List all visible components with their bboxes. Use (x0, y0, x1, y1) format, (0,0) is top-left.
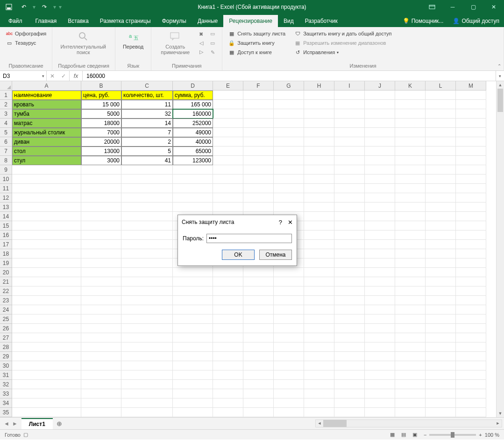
cell[interactable] (456, 91, 486, 100)
cell[interactable] (365, 305, 395, 314)
cell[interactable] (334, 203, 365, 212)
cell[interactable] (12, 408, 81, 417)
cell[interactable] (81, 212, 121, 221)
cell[interactable] (274, 147, 304, 156)
cell[interactable] (12, 380, 81, 389)
cell[interactable] (243, 389, 274, 398)
translate-button[interactable]: a五 Перевод (119, 29, 147, 50)
cell[interactable] (243, 333, 274, 342)
cell[interactable] (334, 361, 365, 370)
prev-comment-icon[interactable]: ◁ (199, 40, 203, 46)
cell[interactable] (243, 380, 274, 389)
cell[interactable] (426, 147, 456, 156)
cell[interactable] (243, 408, 274, 417)
cell[interactable] (395, 286, 426, 296)
scroll-thumb[interactable] (497, 89, 503, 112)
cell[interactable] (334, 333, 365, 342)
cell[interactable] (243, 305, 274, 314)
cell[interactable] (213, 156, 243, 165)
cancel-button[interactable]: Отмена (259, 250, 292, 260)
tab-pagelayout[interactable]: Разметка страницы (94, 15, 156, 27)
cell[interactable] (121, 175, 173, 184)
cell[interactable] (395, 370, 426, 380)
cell[interactable] (12, 212, 81, 221)
cell[interactable] (173, 286, 213, 296)
col-header-D[interactable]: D (173, 81, 213, 91)
accept-formula-icon[interactable]: ✓ (58, 73, 69, 79)
maximize-icon[interactable]: ▢ (463, 0, 483, 14)
cell[interactable]: сумма, руб. (173, 91, 213, 100)
track-changes-button[interactable]: ↺Исправления ▾ (294, 49, 391, 56)
cell[interactable] (395, 212, 426, 221)
cell[interactable]: 5000 (81, 109, 121, 119)
cell[interactable] (12, 277, 81, 286)
cell[interactable] (243, 91, 274, 100)
cell[interactable] (395, 296, 426, 305)
cell[interactable] (334, 193, 365, 203)
cell[interactable] (334, 156, 365, 165)
col-header-B[interactable]: B (81, 81, 121, 91)
protect-share-button[interactable]: 🛡Защитить книгу и дать общий доступ (294, 30, 391, 37)
cell[interactable] (81, 305, 121, 314)
cell[interactable] (213, 128, 243, 137)
cell[interactable] (365, 352, 395, 361)
cell[interactable] (304, 212, 334, 221)
cell[interactable] (274, 361, 304, 370)
cell[interactable] (395, 221, 426, 230)
cell[interactable] (243, 137, 274, 147)
tab-formulas[interactable]: Формулы (156, 15, 192, 27)
cell[interactable] (365, 314, 395, 324)
row-header[interactable]: 29 (0, 352, 12, 361)
expand-formula-icon[interactable]: ▾ (496, 71, 504, 81)
cell[interactable] (426, 193, 456, 203)
cell[interactable] (121, 296, 173, 305)
cell[interactable] (334, 147, 365, 156)
cell[interactable] (334, 230, 365, 240)
cell[interactable] (456, 408, 486, 417)
cell[interactable] (456, 342, 486, 352)
cell[interactable]: 165 000 (173, 100, 213, 109)
cell[interactable] (395, 361, 426, 370)
cell[interactable] (213, 324, 243, 333)
cell[interactable] (395, 128, 426, 137)
cell[interactable] (395, 324, 426, 333)
sheet-tab-active[interactable]: Лист1 (21, 418, 53, 429)
cell[interactable] (173, 193, 213, 203)
cell[interactable] (274, 277, 304, 286)
cell[interactable] (365, 156, 395, 165)
save-icon[interactable] (3, 2, 15, 12)
tab-insert[interactable]: Вставка (62, 15, 94, 27)
dialog-close-icon[interactable]: ✕ (288, 219, 293, 226)
cell[interactable] (12, 193, 81, 203)
row-header[interactable]: 1 (0, 91, 12, 100)
cell[interactable] (12, 361, 81, 370)
cell[interactable] (395, 389, 426, 398)
cell[interactable] (365, 408, 395, 417)
cell[interactable] (81, 268, 121, 277)
cell[interactable] (334, 249, 365, 258)
cell[interactable]: 123000 (173, 156, 213, 165)
cell[interactable] (121, 184, 173, 193)
cell[interactable] (395, 91, 426, 100)
cell[interactable] (81, 175, 121, 184)
cell[interactable] (426, 230, 456, 240)
cell[interactable] (334, 380, 365, 389)
cell[interactable] (243, 165, 274, 175)
cell[interactable] (274, 296, 304, 305)
scroll-down-icon[interactable]: ▼ (497, 410, 504, 417)
cell[interactable] (456, 296, 486, 305)
cell[interactable] (304, 408, 334, 417)
new-comment-button[interactable]: Создать примечание (155, 29, 195, 57)
col-header-M[interactable]: M (456, 81, 486, 91)
cell[interactable] (274, 165, 304, 175)
cell[interactable] (274, 109, 304, 119)
cell[interactable] (395, 165, 426, 175)
cell[interactable] (395, 203, 426, 212)
cell[interactable] (121, 212, 173, 221)
cell[interactable] (456, 314, 486, 324)
cell[interactable] (121, 352, 173, 361)
cell[interactable] (334, 342, 365, 352)
cell[interactable] (304, 398, 334, 408)
cell[interactable] (395, 352, 426, 361)
cell[interactable] (304, 230, 334, 240)
